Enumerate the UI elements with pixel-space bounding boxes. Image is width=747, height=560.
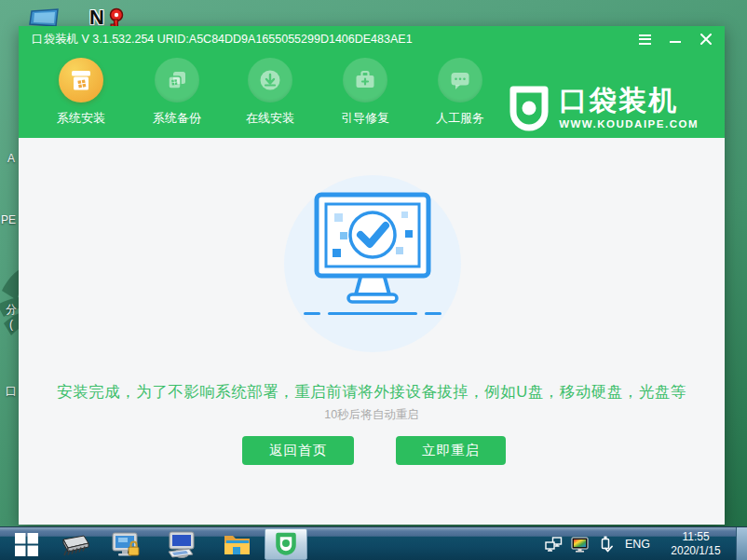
koudai-app-taskbar-button[interactable] — [265, 528, 307, 560]
file-explorer-taskbar-icon[interactable] — [223, 532, 251, 557]
nav-bar: 系统安装 系统备份 — [19, 52, 725, 138]
nav-system-backup[interactable]: 系统备份 — [141, 56, 213, 127]
install-box-icon — [59, 58, 103, 102]
desktop: N A PE 分 ( 口 口袋装机 V 3.1.532.254 URID:A5C… — [0, 0, 747, 560]
brand-site: WWW.KOUDAIPE.COM — [559, 118, 699, 130]
minimize-icon[interactable] — [668, 32, 683, 47]
nav-label: 人工服务 — [424, 110, 496, 127]
clock-date: 2020/1/15 — [659, 544, 732, 558]
locked-computer-taskbar-icon[interactable] — [111, 531, 143, 559]
nav-label: 系统备份 — [141, 110, 213, 127]
title-bar[interactable]: 口袋装机 V 3.1.532.254 URID:A5C84DD9A1655055… — [19, 26, 725, 52]
desktop-label-fragment: ( — [9, 318, 13, 331]
nav-label: 在线安装 — [234, 110, 306, 127]
nav-label: 引导修复 — [329, 110, 401, 127]
menu-icon[interactable] — [637, 32, 652, 47]
main-content: 安装完成，为了不影响系统部署，重启前请将外接设备拔掉，例如U盘，移动硬盘，光盘等… — [19, 138, 725, 525]
toolbox-icon — [343, 58, 387, 102]
network-tray-icon[interactable] — [545, 537, 563, 552]
desktop-label-fragment: A — [7, 152, 15, 165]
language-indicator[interactable]: ENG — [625, 538, 650, 551]
brand-name: 口袋装机 — [559, 86, 699, 116]
shield-app-icon — [275, 532, 297, 557]
desktop-label-fragment: 口 — [6, 384, 17, 400]
auto-restart-countdown: 10秒后将自动重启 — [19, 407, 725, 423]
show-desktop-button[interactable] — [736, 527, 747, 560]
back-home-button[interactable]: 返回首页 — [242, 436, 354, 465]
backup-icon — [155, 58, 199, 102]
brand-logo: 口袋装机 WWW.KOUDAIPE.COM — [509, 86, 699, 134]
clock-time: 11:55 — [659, 530, 732, 544]
computer-taskbar-icon[interactable] — [165, 531, 198, 559]
nav-human-service[interactable]: 人工服务 — [424, 56, 496, 127]
desktop-label-fragment: 分 — [6, 302, 17, 318]
shield-logo-icon — [509, 86, 550, 134]
window-title: 口袋装机 V 3.1.532.254 URID:A5C84DD9A1655055… — [32, 32, 413, 48]
nav-online-install[interactable]: 在线安装 — [234, 56, 306, 127]
start-button[interactable] — [15, 533, 38, 556]
desktop-label-fragment: PE — [1, 213, 16, 226]
usb-eject-tray-icon[interactable] — [598, 536, 613, 553]
display-tray-icon[interactable] — [571, 537, 590, 553]
close-icon[interactable] — [699, 32, 713, 47]
app-window: 口袋装机 V 3.1.532.254 URID:A5C84DD9A1655055… — [19, 26, 725, 525]
nav-system-install[interactable]: 系统安装 — [45, 56, 117, 127]
download-icon — [248, 58, 292, 102]
chat-icon — [438, 58, 482, 102]
nav-label: 系统安装 — [45, 110, 117, 127]
taskbar-clock[interactable]: 11:55 2020/1/15 — [659, 530, 732, 558]
chip-taskbar-icon[interactable] — [58, 534, 91, 557]
nav-boot-repair[interactable]: 引导修复 — [329, 56, 401, 127]
taskbar: ENG 11:55 2020/1/15 — [0, 526, 747, 560]
install-complete-message: 安装完成，为了不影响系统部署，重启前请将外接设备拔掉，例如U盘，移动硬盘，光盘等 — [19, 382, 725, 403]
system-tray: ENG 11:55 2020/1/15 — [545, 527, 747, 560]
success-monitor-illustration — [292, 192, 453, 322]
restart-now-button[interactable]: 立即重启 — [396, 436, 506, 465]
